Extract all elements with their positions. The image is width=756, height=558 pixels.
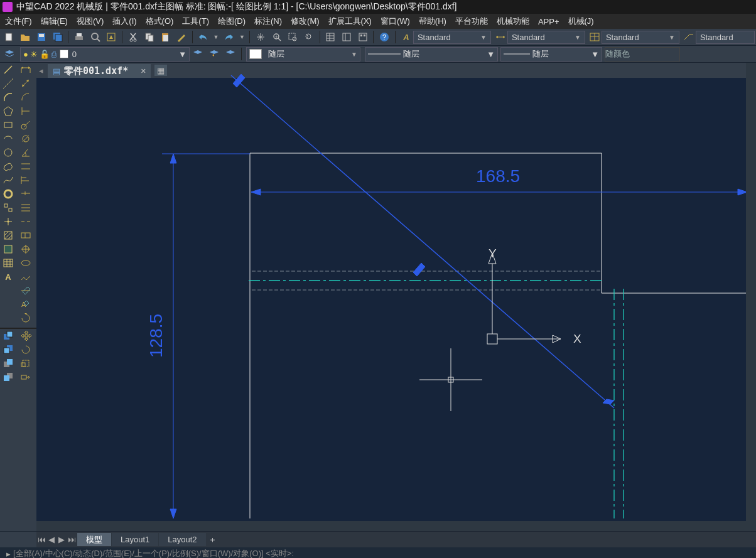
properties-button[interactable] (324, 30, 338, 44)
arc-button[interactable] (0, 90, 16, 104)
point-button[interactable] (0, 215, 16, 228)
menu-app-plus[interactable]: APP+ (538, 17, 559, 26)
layout-tab-layout2[interactable]: Layout2 (159, 533, 205, 546)
matchprop-button[interactable] (175, 30, 188, 44)
menu-modify[interactable]: 修改(M) (291, 16, 320, 27)
menu-format[interactable]: 格式(O) (146, 16, 174, 27)
layout-first-button[interactable]: ⏮ (36, 533, 46, 546)
layer-prev-button[interactable] (207, 47, 221, 61)
menu-file[interactable]: 文件(F) (5, 16, 32, 27)
dim-linear-button[interactable] (18, 63, 34, 77)
dim-diameter-button[interactable] (18, 132, 34, 146)
layout-last-button[interactable]: ⏭ (67, 533, 77, 546)
layer-dropdown[interactable]: ● ☀ 🔓 ⎙ 0 ▼ (20, 47, 190, 62)
zoom-rt-button[interactable]: ± (270, 30, 284, 44)
dim-arclength-button[interactable] (18, 90, 34, 104)
redo-dropdown[interactable]: ▼ (238, 30, 246, 44)
pan-button[interactable] (254, 30, 267, 44)
dim-space-button[interactable] (18, 201, 34, 215)
preview-button[interactable] (89, 30, 102, 44)
dimedit-button[interactable] (18, 284, 34, 298)
table-style-dropdown[interactable]: Standard▼ (588, 31, 679, 44)
new-button[interactable] (3, 30, 16, 44)
menu-help[interactable]: 帮助(H) (419, 16, 446, 27)
tool-palette-button[interactable] (356, 30, 370, 44)
stretch-button[interactable] (18, 370, 34, 384)
circle-button[interactable] (0, 146, 16, 159)
cut-button[interactable] (126, 30, 140, 44)
saveall-button[interactable] (51, 30, 65, 44)
menu-platform[interactable]: 平台功能 (455, 16, 488, 27)
dim-aligned-button[interactable] (18, 77, 34, 90)
undo-button[interactable] (196, 30, 210, 44)
save-button[interactable] (35, 30, 48, 44)
move-button[interactable] (18, 329, 34, 343)
ellipse-arc-button[interactable] (0, 132, 16, 146)
menu-tools[interactable]: 工具(T) (182, 16, 209, 27)
layer-state-button[interactable] (191, 47, 205, 61)
menu-view[interactable]: 视图(V) (77, 16, 104, 27)
dim-baseline-button[interactable] (18, 173, 34, 187)
undo-dropdown[interactable]: ▼ (212, 30, 220, 44)
block-button[interactable] (0, 201, 16, 215)
command-line[interactable]: ▸ [全部(A)/中心(C)/动态(D)/范围(E)/上一个(P)/比例(S)/… (0, 547, 756, 558)
layout-next-button[interactable]: ▶ (57, 533, 67, 546)
dim-break-button[interactable] (18, 215, 34, 228)
menu-express[interactable]: 扩展工具(X) (328, 16, 372, 27)
revcloud-button[interactable] (0, 159, 16, 173)
layer-iso-button[interactable] (224, 47, 237, 61)
mtext-button[interactable]: A (0, 270, 16, 284)
menu-mech[interactable]: 机械(J) (568, 16, 594, 27)
layout-prev-button[interactable]: ◀ (46, 533, 57, 546)
scrollbar-horizontal[interactable] (36, 521, 746, 531)
menu-edit[interactable]: 编辑(E) (41, 16, 68, 27)
color-dropdown[interactable]: 随层 ▼ (246, 47, 360, 62)
bring-above-button[interactable] (0, 357, 16, 370)
dim-continue-button[interactable] (18, 187, 34, 201)
table-button[interactable] (0, 256, 16, 270)
xline-button[interactable] (0, 77, 16, 90)
dim-style-dropdown[interactable]: Standard▼ (494, 31, 585, 44)
dim-angular-button[interactable] (18, 146, 34, 159)
paste-button[interactable] (158, 30, 172, 44)
plotstyle-dropdown[interactable]: 随颜色 (605, 47, 680, 62)
text-style-dropdown[interactable]: A Standard▼ (399, 31, 491, 44)
dimupdate-button[interactable] (18, 311, 34, 325)
dim-jogged-button[interactable] (18, 270, 34, 284)
open-button[interactable] (19, 30, 33, 44)
help-button[interactable]: ? (377, 30, 391, 44)
centermark-button[interactable] (18, 242, 34, 256)
region-button[interactable] (0, 242, 16, 256)
menu-window[interactable]: 窗口(W) (381, 16, 410, 27)
dim-inspect-button[interactable] (18, 256, 34, 270)
rotate-button[interactable] (18, 343, 34, 357)
hatch-button[interactable] (0, 228, 16, 242)
layout-add-button[interactable]: ＋ (206, 534, 220, 545)
copy-button[interactable] (143, 30, 156, 44)
linetype-dropdown[interactable]: 随层 ▼ (365, 47, 498, 62)
mleader-style-dropdown[interactable]: Standard (682, 31, 755, 44)
drawing-canvas[interactable]: ◂ ▤ 零件001.dxf* × ▦ (36, 63, 756, 531)
dim-qdim-button[interactable] (18, 159, 34, 173)
layout-tab-model[interactable]: 模型 (77, 533, 111, 546)
print-button[interactable] (72, 30, 86, 44)
menu-draw[interactable]: 绘图(D) (218, 16, 246, 27)
spline-button[interactable] (0, 173, 16, 187)
publish-button[interactable] (105, 30, 119, 44)
scale-button[interactable] (18, 357, 34, 370)
design-center-button[interactable] (340, 30, 354, 44)
layer-manager-button[interactable] (3, 47, 16, 61)
redo-button[interactable] (222, 30, 236, 44)
menu-insert[interactable]: 插入(I) (112, 16, 136, 27)
bring-front-button[interactable] (0, 329, 16, 343)
rectangle-button[interactable] (0, 118, 16, 132)
send-back-button[interactable] (0, 343, 16, 357)
menu-dimension[interactable]: 标注(N) (254, 16, 282, 27)
zoom-window-button[interactable] (286, 30, 300, 44)
menu-mech-func[interactable]: 机械功能 (497, 16, 529, 27)
dim-radius-button[interactable] (18, 118, 34, 132)
line-button[interactable] (0, 63, 16, 77)
scrollbar-vertical[interactable] (746, 63, 756, 521)
donut-button[interactable] (0, 187, 16, 201)
lineweight-dropdown[interactable]: 随层 ▼ (500, 47, 602, 62)
